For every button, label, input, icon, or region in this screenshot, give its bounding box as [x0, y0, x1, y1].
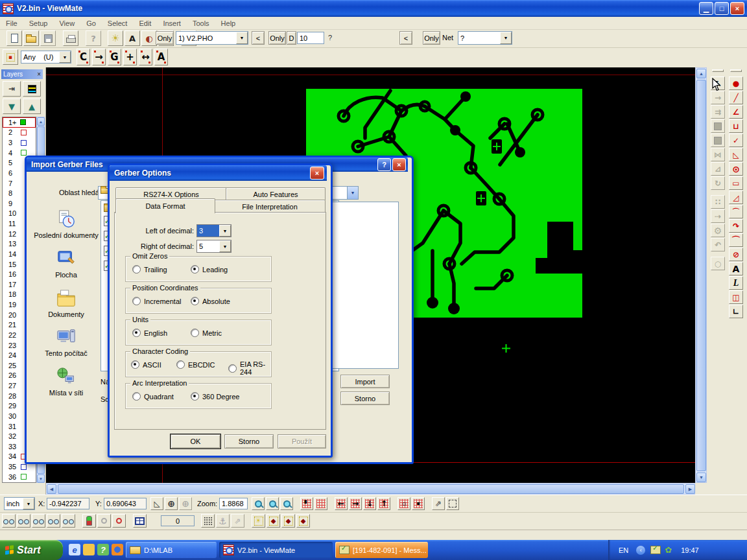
zoom-point-icon[interactable] [252, 497, 265, 510]
pad-pattern-icon[interactable]: ◆ [267, 514, 280, 528]
print-icon[interactable] [63, 30, 78, 46]
new-file-icon[interactable] [6, 30, 22, 46]
view-traces-glasses-icon[interactable] [17, 514, 30, 528]
radio-english[interactable]: English [132, 329, 167, 337]
vertical-scroll-thumb[interactable] [696, 80, 706, 471]
only-dcode-button[interactable]: Only [268, 31, 286, 45]
highlight-mode-icon[interactable] [82, 514, 96, 528]
only-net-button[interactable]: Only [423, 31, 440, 45]
draw-triangle-icon[interactable]: ◺ [729, 148, 743, 161]
close-icon[interactable]: × [310, 167, 324, 180]
scroll-right-icon[interactable]: ▶ [685, 484, 695, 494]
import-cancel-button[interactable]: Storno [340, 391, 390, 405]
prev-net-button[interactable]: < [399, 31, 412, 45]
grid-dots-icon[interactable] [201, 514, 215, 528]
select-filter-combo[interactable]: Any (U) ▼ [21, 51, 71, 64]
gerber-select-icon[interactable]: G [108, 49, 121, 65]
layer-row-1+[interactable]: 1+ [3, 117, 36, 128]
radio-absolute[interactable]: Absolute [191, 297, 230, 305]
radio-button-icon[interactable] [132, 392, 141, 401]
vertical-scrollbar[interactable]: ▲ ▼ [695, 67, 707, 483]
radio-button-icon[interactable] [132, 297, 141, 305]
radio-quadrant[interactable]: Quadrant [132, 392, 174, 401]
draw-check-icon[interactable]: ✓ [729, 134, 743, 147]
menu-file[interactable]: File [0, 18, 23, 29]
layer-row-3[interactable]: 3 [3, 137, 36, 148]
options-cancel-button[interactable]: Storno [224, 434, 274, 449]
layer-row-2[interactable]: 2 [3, 128, 36, 138]
view-all-glasses-icon[interactable] [62, 514, 75, 528]
tray-notes-icon[interactable] [650, 546, 661, 554]
menu-insert[interactable]: Insert [157, 18, 187, 29]
place-documents[interactable]: Dokumenty [32, 288, 101, 320]
selected-files-list[interactable] [331, 202, 399, 369]
view-dcodes-glasses-icon[interactable] [2, 514, 16, 528]
maximize-button[interactable]: □ [715, 2, 729, 15]
menu-help[interactable]: Help [215, 18, 242, 29]
taskbar-task-3[interactable]: [191-482-091] - Mess... [335, 542, 428, 558]
angle-measure-icon[interactable]: ◺ [150, 497, 163, 510]
layer-color-swatch[interactable] [21, 140, 27, 146]
layer-color-swatch[interactable] [21, 464, 27, 470]
chevron-down-icon[interactable]: ▼ [236, 32, 248, 44]
clock[interactable]: 19:47 [681, 546, 699, 554]
view-lines-glasses-icon[interactable] [47, 514, 60, 528]
layer-down-icon[interactable]: ▼ [3, 99, 21, 114]
radio-button-icon[interactable] [191, 392, 199, 401]
prev-layer-button[interactable]: < [252, 31, 265, 45]
radio-button-icon[interactable] [191, 297, 199, 305]
menu-view[interactable]: View [53, 18, 80, 29]
chevron-down-icon[interactable]: ▼ [219, 240, 231, 252]
set-origin-icon[interactable]: ⊕ [165, 497, 178, 510]
import-button[interactable]: Import [340, 375, 390, 388]
zoom-dcode-icon[interactable] [280, 497, 293, 510]
chevron-down-icon[interactable]: ▼ [219, 225, 231, 237]
radio-button-icon[interactable] [191, 265, 199, 274]
place-desktop[interactable]: Plocha [32, 249, 101, 280]
place-network[interactable]: Místa v síti [32, 367, 101, 398]
help-icon[interactable]: ? [377, 158, 391, 171]
padstack-select-icon[interactable]: + [123, 49, 137, 65]
taskbar-task-2[interactable]: V2.bin - ViewMate [219, 542, 333, 558]
place-recent-documents[interactable]: Poslední dokumenty [32, 209, 101, 240]
draw-pad-icon[interactable]: ● [729, 76, 743, 90]
menu-select[interactable]: Select [102, 18, 134, 29]
layer-color-swatch[interactable] [20, 119, 26, 125]
draw-arc3-icon[interactable]: ⊘ [729, 248, 743, 261]
tray-collapse-icon[interactable]: ‹ [636, 546, 645, 555]
radio-button-icon[interactable] [132, 329, 141, 337]
pan-up-icon[interactable]: ↑ [377, 497, 390, 510]
scroll-left-icon[interactable]: ◀ [47, 484, 56, 494]
lamp-on-icon[interactable] [112, 514, 126, 528]
draw-curve-icon[interactable]: ↷ [729, 219, 743, 233]
radio-button-icon[interactable] [228, 364, 237, 373]
aperture-list-icon[interactable]: A [124, 30, 140, 46]
menu-setup[interactable]: Setup [23, 18, 54, 29]
layer-color-swatch[interactable] [21, 130, 27, 135]
dcode-display-icon[interactable]: ◐ [141, 30, 157, 46]
minimize-button[interactable]: ▁ [699, 2, 713, 15]
draw-dimension-icon[interactable]: ◫ [729, 290, 743, 304]
menu-tools[interactable]: Tools [187, 18, 215, 29]
grid-offset-icon[interactable]: ▪ [412, 497, 425, 510]
radio-metric[interactable]: Metric [191, 329, 222, 337]
draw-diagonal-icon[interactable]: ◿ [729, 191, 743, 204]
scroll-up-icon[interactable]: ▲ [696, 69, 706, 78]
unit-combo[interactable]: inch ▼ [4, 497, 35, 510]
layer-up-icon[interactable]: ▲ [23, 99, 41, 114]
draw-line-icon[interactable]: ╱ [729, 91, 743, 104]
radio-360-degree[interactable]: 360 Degree [191, 392, 240, 401]
trace-select-icon[interactable]: ↔ [139, 49, 152, 65]
open-file-icon[interactable] [23, 30, 39, 46]
scroll-down-icon[interactable]: ▼ [696, 472, 706, 482]
help-book-icon[interactable]: ? [97, 544, 109, 555]
chevron-down-icon[interactable]: ▼ [347, 187, 358, 199]
text-select-icon[interactable]: A [154, 49, 168, 65]
net-combo[interactable]: ? ▼ [458, 31, 512, 45]
grid-display-icon[interactable] [314, 497, 327, 510]
pan-right-icon[interactable]: → [349, 497, 362, 510]
radio-button-icon[interactable] [132, 265, 141, 274]
draw-polyline-icon[interactable]: ∠ [729, 105, 743, 119]
scroll-down-icon[interactable]: ▼ [37, 474, 45, 483]
only-layer-button[interactable]: Only [156, 31, 174, 45]
